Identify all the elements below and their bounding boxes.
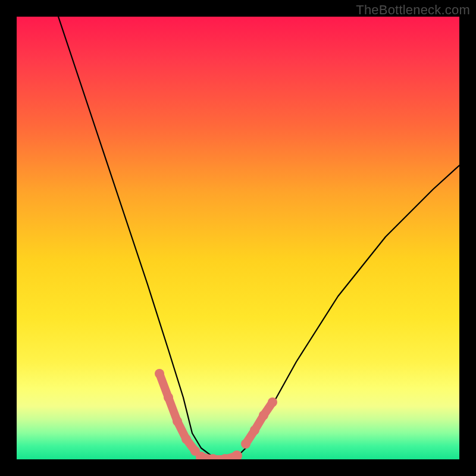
highlight-dot: [231, 450, 242, 459]
curve-path: [58, 17, 459, 459]
watermark-text: TheBottleneck.com: [356, 2, 470, 18]
bottleneck-curve: [17, 17, 459, 459]
highlight-markers: [155, 369, 277, 459]
chart-frame: TheBottleneck.com: [0, 0, 476, 476]
highlight-dot: [268, 397, 277, 407]
plot-area: [17, 17, 459, 459]
